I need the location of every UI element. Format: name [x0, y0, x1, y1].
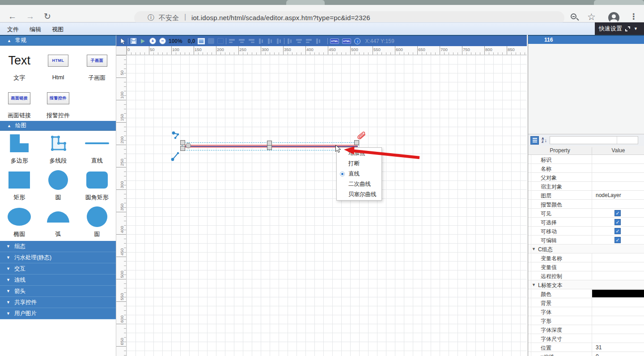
ruler-label: 300 [119, 180, 124, 190]
address-url[interactable]: iot.idosp.net/html/scada/editor.aspx.htm… [191, 14, 370, 21]
reload-icon[interactable]: ↻ [44, 12, 51, 21]
property-value[interactable]: 31 [592, 343, 644, 352]
context-menu-item-label: 二次曲线 [348, 180, 371, 188]
checkbox-checked[interactable]: ✓ [614, 219, 621, 225]
property-value[interactable] [592, 271, 644, 280]
palette-shape-circle[interactable]: 圆 [39, 167, 78, 204]
palette-item-alarm-widget[interactable]: 报警控件 报警控件 [39, 83, 78, 121]
palette-section-user-images[interactable]: ▼ 用户图片 [0, 308, 116, 319]
star-bookmark-icon[interactable]: ☆ [587, 12, 596, 22]
palette-item-screen-link[interactable]: 画面链接 画面链接 [0, 83, 39, 121]
ruler-label: 350 [119, 202, 124, 212]
color-swatch[interactable] [592, 290, 644, 297]
palette-section-general[interactable]: ▲ 常规 [0, 36, 116, 46]
property-label: 可编辑 [541, 237, 557, 244]
kebab-menu-icon[interactable]: ⋮ [630, 12, 638, 21]
back-icon[interactable]: ← [8, 12, 17, 21]
palette-shape-rectangle[interactable]: 矩形 [0, 167, 39, 204]
property-value[interactable]: nodeLayer [592, 191, 644, 200]
frame-icon[interactable] [198, 38, 205, 44]
page-info-icon[interactable]: ⓘ [148, 13, 154, 22]
palette-section-drawing[interactable]: ▲ 绘图 [0, 121, 116, 131]
play-icon[interactable] [141, 39, 145, 43]
zoom-out-icon[interactable]: − [159, 38, 166, 44]
ruler-tick [323, 52, 324, 55]
ruler-tick [475, 52, 476, 55]
ruler-tick [124, 297, 126, 297]
property-label: 远程控制 [541, 273, 562, 280]
ruler-label: 100 [172, 47, 179, 52]
property-label: 变量值 [541, 264, 557, 271]
palette-shape-rounded-rect[interactable]: 圆角矩形 [77, 167, 116, 204]
palette-shape-arc[interactable]: 弧 [39, 204, 78, 241]
palette-section-shared-controls[interactable]: ▼ 共享控件 [0, 297, 116, 308]
property-value[interactable] [592, 262, 644, 271]
html-export-icon[interactable]: HTML [342, 39, 351, 44]
menubar-item[interactable]: 文件 [7, 26, 19, 34]
zoom-in-icon[interactable]: + [149, 38, 156, 44]
palette-item-text[interactable]: Text 文字 [0, 46, 39, 83]
checkbox-checked[interactable]: ✓ [614, 237, 621, 243]
sort-az-icon[interactable]: AZ↓ [542, 137, 547, 143]
property-value[interactable] [592, 316, 644, 325]
forward-icon[interactable]: → [26, 12, 34, 21]
save-icon[interactable] [131, 38, 136, 44]
palette-shape-ellipse[interactable]: 椭圆 [0, 204, 39, 241]
context-menu-item[interactable]: 直线 [337, 169, 381, 179]
browser-tab[interactable] [594, 0, 644, 5]
ruler-tick [368, 52, 369, 55]
palette-shape-circle-2[interactable]: 圆 [77, 204, 116, 241]
zoom-icon[interactable] [571, 13, 576, 19]
design-grid[interactable]: 增加点 打断 直线 二次曲线 贝塞尔曲线 [127, 55, 527, 356]
property-value[interactable] [592, 334, 644, 343]
palette-section-sewage-static[interactable]: ▼ 污水处理(静态) [0, 252, 116, 263]
property-value[interactable] [592, 244, 644, 253]
property-value[interactable] [592, 200, 644, 209]
ruler-tick [337, 52, 337, 55]
browser-tab[interactable] [286, 0, 325, 5]
cursor-tool-icon[interactable] [120, 38, 126, 45]
html-export-icon[interactable]: HTML [330, 39, 339, 44]
context-menu-item[interactable]: 增加点 [337, 148, 381, 159]
context-menu-item[interactable]: 二次曲线 [337, 179, 381, 189]
palette-shape-polygon[interactable]: 多边形 [0, 131, 39, 167]
palette-section-arrow[interactable]: ▼ 箭头 [0, 286, 116, 297]
checkbox-checked[interactable]: ✓ [614, 228, 621, 234]
property-label: x偏移 [541, 353, 554, 356]
palette-section-configuration[interactable]: ▼ 组态 [0, 241, 116, 252]
inspector-object-list[interactable] [528, 44, 644, 134]
info-icon[interactable]: i [354, 38, 360, 44]
property-value[interactable] [592, 164, 644, 173]
ruler-tick [355, 52, 355, 55]
property-value[interactable] [592, 182, 644, 191]
palette-shape-line[interactable]: 直线 [77, 131, 116, 167]
menubar-item[interactable]: 视图 [52, 26, 64, 34]
property-value[interactable] [592, 298, 644, 307]
property-value[interactable] [592, 307, 644, 316]
menubar-item[interactable]: 编辑 [30, 26, 41, 34]
palette-shape-polyline[interactable]: 多线段 [39, 131, 78, 167]
palette-section-interaction[interactable]: ▼ 交互 [0, 263, 116, 275]
categorized-view-icon[interactable] [530, 136, 539, 145]
quick-settings-button[interactable]: 快速设置 ▼ [595, 22, 644, 35]
palette-item-html[interactable]: HTML Html [39, 46, 78, 83]
checkbox-checked[interactable]: ✓ [614, 210, 621, 216]
context-menu-item[interactable]: 打断 [337, 159, 381, 169]
context-menu-item[interactable]: 贝塞尔曲线 [337, 189, 381, 200]
property-filter-input[interactable] [550, 136, 638, 144]
property-value[interactable] [592, 155, 644, 164]
property-value[interactable] [592, 173, 644, 182]
property-value[interactable] [592, 253, 644, 262]
resize-handle[interactable] [180, 146, 185, 151]
ruler-tick [417, 46, 418, 55]
property-value[interactable] [592, 325, 644, 334]
resize-handle[interactable] [267, 145, 272, 150]
avatar[interactable] [608, 12, 619, 23]
property-value[interactable] [592, 280, 644, 289]
palette-item-subscreen[interactable]: 子画面 子画面 [77, 46, 116, 83]
ruler-tick [124, 113, 126, 114]
property-value[interactable]: 0 [592, 352, 644, 356]
line-endpoint-handle[interactable] [186, 143, 191, 148]
palette-section-connect-line[interactable]: ▼ 连线 [0, 275, 116, 286]
ruler-tick [359, 52, 360, 55]
